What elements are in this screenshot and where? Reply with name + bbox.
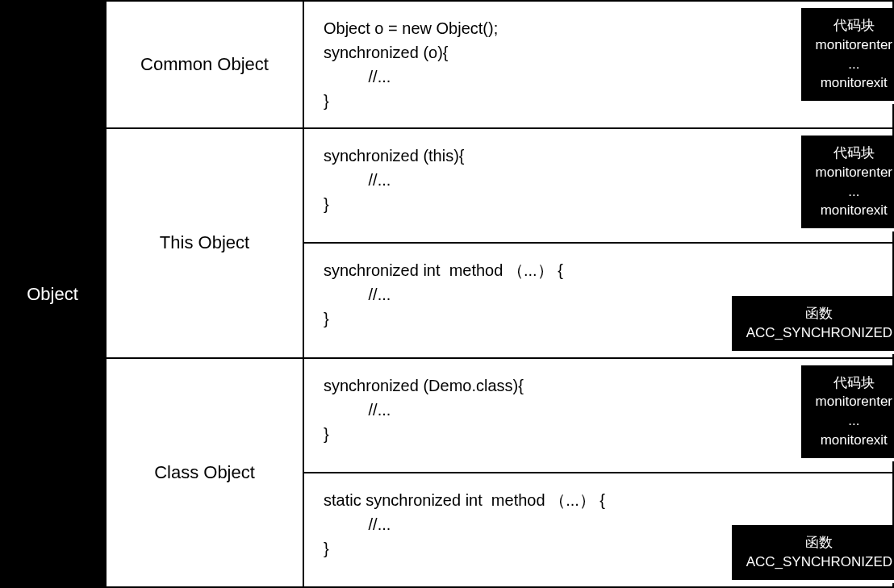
code-text: synchronized (this){ //... } <box>324 144 873 216</box>
code-text: Object o = new Object(); synchronized (o… <box>324 16 873 113</box>
section-label-text: Common Object <box>140 54 269 75</box>
section-label: Common Object <box>107 2 304 127</box>
section-class-object: Class Object synchronized (Demo.class){ … <box>105 357 894 589</box>
code-cell: synchronized int method （...） { //... } … <box>304 244 892 357</box>
section-label: This Object <box>107 129 304 357</box>
code-cell: Object o = new Object(); synchronized (o… <box>304 2 892 127</box>
badge-acc-synchronized: 函数 ACC_SYNCHRONIZED <box>732 525 894 580</box>
badge-monitorenter: 代码块 monitorenter ... monitorexit <box>801 8 894 101</box>
code-column: Object o = new Object(); synchronized (o… <box>304 2 892 127</box>
code-column: synchronized (this){ //... } 代码块 monitor… <box>304 129 892 357</box>
code-cell: static synchronized int method （...） { /… <box>304 473 892 586</box>
badge-acc-synchronized: 函数 ACC_SYNCHRONIZED <box>732 296 894 351</box>
badge-monitorenter: 代码块 monitorenter ... monitorexit <box>801 136 894 228</box>
code-column: synchronized (Demo.class){ //... } 代码块 m… <box>304 359 892 587</box>
section-label: Class Object <box>107 359 304 587</box>
code-text: synchronized (Demo.class){ //... } <box>324 373 873 446</box>
section-label-text: Class Object <box>154 462 255 483</box>
section-this-object: This Object synchronized (this){ //... }… <box>105 127 894 357</box>
diagram-root: Object Common Object Object o = new Obje… <box>0 0 894 588</box>
root-title: Object <box>27 284 78 305</box>
section-label-text: This Object <box>160 232 249 253</box>
code-cell: synchronized (Demo.class){ //... } 代码块 m… <box>304 359 892 473</box>
sections-container: Common Object Object o = new Object(); s… <box>105 0 894 588</box>
badge-monitorenter: 代码块 monitorenter ... monitorexit <box>801 365 894 458</box>
root-label: Object <box>0 0 105 588</box>
code-cell: synchronized (this){ //... } 代码块 monitor… <box>304 129 892 244</box>
section-common-object: Common Object Object o = new Object(); s… <box>105 0 894 127</box>
